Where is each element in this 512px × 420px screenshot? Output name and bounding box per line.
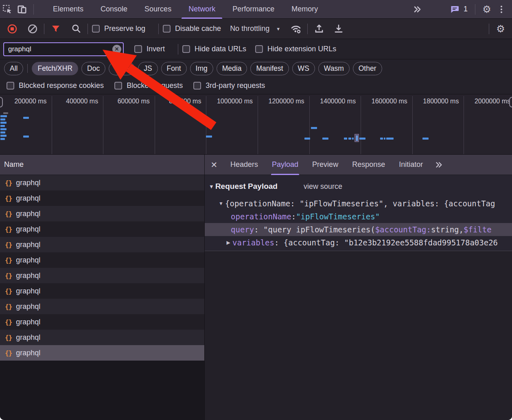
filter-chip-manifest[interactable]: Manifest — [250, 62, 289, 75]
request-options-row: Blocked response cookiesBlocked requests… — [0, 77, 512, 94]
filter-chip-js[interactable]: JS — [138, 62, 158, 75]
blocked-response-cookies-checkbox[interactable] — [7, 82, 14, 90]
clear-filter-icon[interactable]: ✕ — [112, 45, 121, 54]
name-column-label: Name — [4, 160, 24, 169]
export-har-icon[interactable] — [331, 22, 346, 36]
blocked-requests-checkbox[interactable] — [114, 82, 122, 90]
payload-tree-row[interactable]: ▼{operationName: "ipFlowTimeseries", var… — [205, 197, 512, 210]
invert-checkbox[interactable] — [134, 45, 142, 53]
tab-console[interactable]: Console — [92, 0, 136, 18]
table-row[interactable]: {}graphql — [0, 330, 204, 345]
network-overview-timeline[interactable]: 200000 ms400000 ms600000 ms800000 ms1000… — [0, 94, 512, 155]
payload-tree-row[interactable]: query: "query ipFlowTimeseries($accountT… — [205, 223, 512, 236]
console-drawer-messages-icon[interactable] — [447, 2, 462, 17]
tab-headers[interactable]: Headers — [223, 155, 265, 175]
tab-initiator[interactable]: Initiator — [392, 155, 430, 175]
more-details-tabs-icon[interactable] — [431, 158, 446, 172]
timeline-tick-label: 1200000 ms — [269, 98, 304, 105]
json-braces-icon: {} — [5, 210, 12, 218]
preserve-log-checkbox[interactable] — [92, 25, 100, 33]
hide-data-urls-checkbox[interactable] — [182, 45, 190, 53]
record-network-log-icon[interactable] — [5, 22, 20, 36]
close-details-icon[interactable]: ✕ — [205, 155, 223, 175]
filter-chip-ws[interactable]: WS — [292, 62, 315, 75]
request-name: graphql — [16, 302, 40, 311]
request-payload-header[interactable]: ▼ Request Payload view source — [205, 180, 512, 193]
device-toolbar-icon[interactable] — [15, 2, 29, 17]
json-braces-icon: {} — [5, 303, 12, 311]
clear-network-log-icon[interactable] — [25, 22, 40, 36]
filter-chip-other[interactable]: Other — [353, 62, 382, 75]
filter-chip-wasm[interactable]: Wasm — [318, 62, 350, 75]
table-row[interactable]: {}graphql — [0, 252, 204, 268]
request-name: graphql — [16, 241, 40, 249]
3rd-party-requests-checkbox[interactable] — [193, 82, 201, 90]
tab-memory[interactable]: Memory — [283, 0, 326, 18]
tab-network[interactable]: Network — [180, 0, 224, 18]
waterfall-bar — [0, 122, 7, 124]
table-row[interactable]: {}graphql — [0, 190, 204, 206]
request-name: graphql — [16, 179, 40, 187]
network-settings-gear-icon[interactable]: ⚙ — [493, 22, 508, 36]
filter-chip-fetch-xhr[interactable]: Fetch/XHR — [32, 62, 78, 75]
filter-chip-doc[interactable]: Doc — [81, 62, 105, 75]
hide-extension-urls-checkbox[interactable] — [255, 45, 263, 53]
table-row[interactable]: {}graphql — [0, 206, 204, 221]
request-payload-title: Request Payload — [215, 182, 278, 191]
payload-tree-row[interactable]: ▶variables: {accountTag: "b12e3b2192ee55… — [205, 236, 512, 249]
option-label: Blocked response cookies — [19, 81, 104, 90]
chevron-down-icon: ▼ — [276, 26, 280, 31]
filter-chip-img[interactable]: Img — [190, 62, 213, 75]
hide-data-urls-label: Hide data URLs — [195, 45, 246, 53]
timeline-right-scroll-nub[interactable] — [509, 97, 512, 107]
table-row[interactable]: {}graphql — [0, 268, 204, 283]
tab-performance[interactable]: Performance — [224, 0, 283, 18]
filter-input[interactable] — [4, 45, 110, 53]
table-row[interactable]: {}graphql — [0, 237, 204, 252]
inspect-element-icon[interactable] — [0, 2, 15, 17]
payload-empty-area — [205, 251, 512, 420]
tab-elements[interactable]: Elements — [44, 0, 92, 18]
more-tabs-icon[interactable] — [410, 2, 424, 17]
waterfall-bar — [322, 138, 328, 140]
timeline-tick-label: 2000000 ms — [475, 98, 510, 105]
customize-menu-kebab-icon[interactable] — [494, 2, 509, 17]
tab-payload[interactable]: Payload — [265, 155, 305, 175]
import-har-icon[interactable] — [312, 22, 326, 36]
settings-gear-icon[interactable]: ⚙ — [479, 2, 494, 17]
expanded-triangle-icon[interactable]: ▼ — [217, 201, 225, 206]
filter-chip-media[interactable]: Media — [217, 62, 247, 75]
payload-tree-row[interactable]: operationName: "ipFlowTimeseries" — [205, 210, 512, 223]
filter-chip-css[interactable]: CSS — [109, 62, 135, 75]
search-icon[interactable] — [69, 22, 83, 36]
table-row[interactable]: {}graphql — [0, 314, 204, 330]
disable-cache-checkbox[interactable] — [163, 25, 171, 33]
tab-response[interactable]: Response — [345, 155, 392, 175]
network-conditions-icon[interactable] — [289, 22, 303, 36]
timeline-left-scroll-nub[interactable] — [0, 97, 3, 107]
request-rows: {}graphql{}graphql{}graphql{}graphql{}gr… — [0, 175, 204, 361]
throttling-dropdown[interactable]: No throttling ▼ — [230, 24, 280, 33]
filter-chip-font[interactable]: Font — [161, 62, 187, 75]
hide-extension-urls-label: Hide extension URLs — [267, 45, 336, 53]
details-tab-bar: ✕ HeadersPayloadPreviewResponseInitiator — [205, 155, 512, 175]
json-braces-icon: {} — [5, 179, 12, 187]
request-name: graphql — [16, 287, 40, 295]
table-row[interactable]: {}graphql — [0, 221, 204, 237]
filter-chip-all[interactable]: All — [4, 62, 23, 75]
table-row[interactable]: {}graphql — [0, 175, 204, 190]
table-row[interactable]: {}graphql — [0, 283, 204, 299]
waterfall-bar — [384, 138, 385, 140]
payload-segment-key: variables — [232, 238, 274, 247]
table-row[interactable]: {}graphql — [0, 299, 204, 314]
collapsed-triangle-icon[interactable]: ▶ — [224, 240, 232, 245]
view-source-link[interactable]: view source — [304, 182, 342, 191]
tab-sources[interactable]: Sources — [136, 0, 180, 18]
table-row[interactable]: {}graphql — [0, 345, 204, 361]
name-column-header[interactable]: Name — [0, 155, 204, 175]
tab-preview[interactable]: Preview — [305, 155, 345, 175]
waterfall-bar — [422, 138, 429, 140]
filter-icon[interactable] — [48, 22, 63, 36]
divider — [489, 24, 489, 34]
timeline-gridline — [309, 96, 310, 154]
